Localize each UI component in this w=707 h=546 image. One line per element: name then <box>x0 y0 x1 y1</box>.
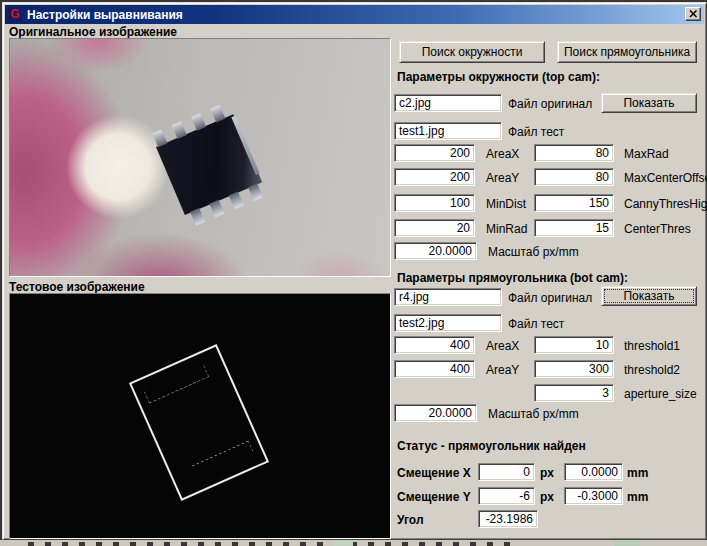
rect-scale-input[interactable] <box>394 404 477 422</box>
original-image-panel <box>9 38 391 277</box>
close-icon <box>689 10 698 18</box>
rect-aperture-size-input[interactable] <box>534 384 614 402</box>
original-image-label: Оригинальное изображение <box>9 25 177 39</box>
detected-rectangle-outline <box>129 344 269 501</box>
edge-trace <box>144 365 210 404</box>
chip-pin-icon <box>210 105 225 123</box>
background-window-tile <box>333 541 353 546</box>
circle-maxcenteroffset-label: MaxCenterOffset <box>624 171 707 185</box>
close-button[interactable] <box>685 7 701 21</box>
chip-photo <box>156 114 262 215</box>
circle-centerthres-input[interactable] <box>534 219 614 237</box>
offset-y-mm-unit: mm <box>627 490 648 504</box>
background-window-text-fragment <box>28 542 518 546</box>
rect-threshold1-label: threshold1 <box>624 339 680 353</box>
rect-file-original-label: Файл оригинал <box>508 291 592 305</box>
circle-scale-input[interactable] <box>394 242 477 260</box>
circle-areax-label: AreaX <box>486 147 519 161</box>
rect-areax-label: AreaX <box>486 339 519 353</box>
offset-x-mm-unit: mm <box>627 466 648 480</box>
circle-areax-input[interactable] <box>394 144 475 162</box>
chip-pin-icon <box>248 183 263 201</box>
offset-x-label: Смещение X <box>397 466 471 480</box>
circle-minrad-label: MinRad <box>486 222 527 236</box>
rect-params-header: Параметры прямоугольника (bot cam): <box>397 271 628 285</box>
rect-file-test-input[interactable] <box>394 314 502 332</box>
rect-areay-input[interactable] <box>394 360 475 378</box>
circle-mindist-label: MinDist <box>486 197 526 211</box>
app-icon: G <box>8 8 22 22</box>
chip-pin-icon <box>209 200 224 218</box>
circle-centerthres-label: CenterThres <box>624 222 691 236</box>
edge-trace <box>192 440 254 476</box>
rect-areay-label: AreaY <box>486 363 519 377</box>
alignment-settings-window: G Настройки выравнивания Оригинальное из… <box>2 2 707 540</box>
background-window-sliver <box>0 540 707 546</box>
rect-areax-input[interactable] <box>394 336 475 354</box>
chip-pin-icon <box>152 129 167 147</box>
circle-file-original-input[interactable] <box>394 94 502 112</box>
window-title: Настройки выравнивания <box>27 8 183 22</box>
status-header: Статус - прямоугольник найден <box>397 439 586 453</box>
circle-file-original-label: Файл оригинал <box>508 97 592 111</box>
offset-y-px-input[interactable] <box>478 487 535 505</box>
circle-mindist-input[interactable] <box>394 194 475 212</box>
circle-areay-input[interactable] <box>394 168 475 186</box>
find-circle-button[interactable]: Поиск окружности <box>399 41 545 63</box>
offset-x-mm-input[interactable] <box>564 463 623 481</box>
title-bar[interactable]: G Настройки выравнивания <box>5 5 704 24</box>
offset-y-label: Смещение Y <box>397 490 471 504</box>
offset-x-px-unit: px <box>540 466 554 480</box>
chip-pin-icon <box>191 113 206 131</box>
circle-maxrad-input[interactable] <box>534 144 614 162</box>
circle-minrad-input[interactable] <box>394 219 475 237</box>
circle-scale-label: Масштаб px/mm <box>488 245 579 259</box>
rect-aperture-size-label: aperture_size <box>624 387 697 401</box>
circle-areay-label: AreaY <box>486 171 519 185</box>
offset-y-mm-input[interactable] <box>564 487 623 505</box>
circle-show-button[interactable]: Показать <box>601 93 697 113</box>
chip-pin-icon <box>190 208 205 226</box>
circle-cannythreshigh-label: CannyThresHigh <box>624 197 707 211</box>
rect-file-original-input[interactable] <box>394 288 502 306</box>
rect-threshold2-label: threshold2 <box>624 363 680 377</box>
angle-input[interactable] <box>478 510 538 528</box>
rect-scale-label: Масштаб px/mm <box>488 407 579 421</box>
circle-file-test-label: Файл тест <box>508 125 564 139</box>
chip-pin-icon <box>172 121 187 139</box>
find-rectangle-button[interactable]: Поиск прямоугольника <box>557 41 697 63</box>
circle-maxrad-label: MaxRad <box>624 147 669 161</box>
chip-highlight <box>231 116 259 175</box>
rect-threshold2-input[interactable] <box>534 360 614 378</box>
test-image-panel <box>9 293 391 539</box>
chip-pin-icon <box>229 192 244 210</box>
angle-label: Угол <box>397 513 424 527</box>
rect-threshold1-input[interactable] <box>534 336 614 354</box>
circle-maxcenteroffset-input[interactable] <box>534 168 614 186</box>
rect-show-button[interactable]: Показать <box>601 286 697 306</box>
background-window-tile <box>614 541 640 546</box>
circle-cannythreshigh-input[interactable] <box>534 194 614 212</box>
offset-y-px-unit: px <box>540 490 554 504</box>
circle-file-test-input[interactable] <box>394 122 502 140</box>
test-image-label: Тестовое изображение <box>9 280 145 294</box>
screen: G Настройки выравнивания Оригинальное из… <box>0 0 707 546</box>
circle-params-header: Параметры окружности (top cam): <box>397 70 600 84</box>
rect-file-test-label: Файл тест <box>508 317 564 331</box>
offset-x-px-input[interactable] <box>478 463 535 481</box>
